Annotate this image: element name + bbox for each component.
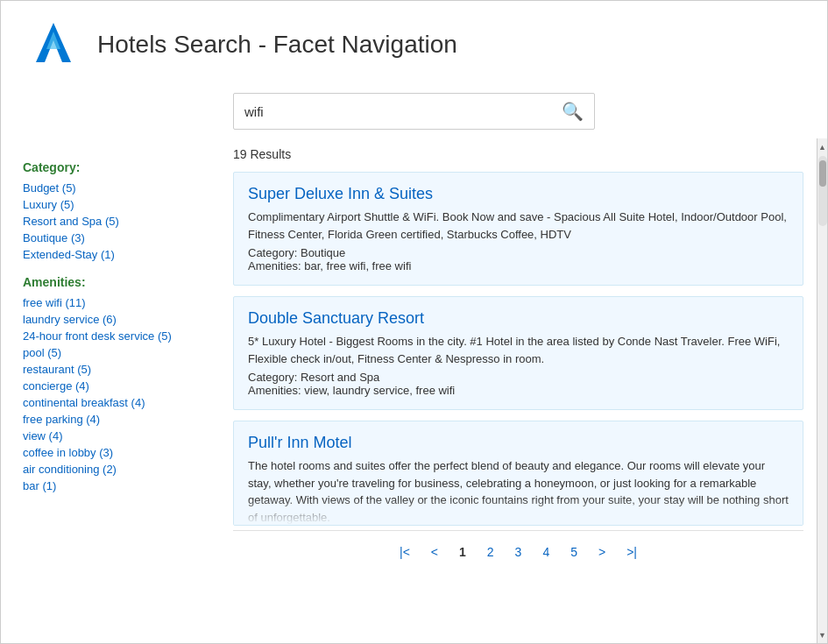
result-amenities: Amenities: bar, free wifi, free wifi [248, 259, 789, 272]
app-logo [27, 18, 80, 71]
sidebar-amenity-item[interactable]: restaurant (5) [23, 363, 198, 376]
sidebar-amenity-item[interactable]: laundry service (6) [23, 313, 198, 326]
sidebar-amenity-item[interactable]: free wifi (11) [23, 296, 198, 309]
sidebar-amenity-item[interactable]: free parking (4) [23, 413, 198, 426]
sidebar-amenity-item[interactable]: coffee in lobby (3) [23, 446, 198, 459]
search-button[interactable]: 🔍 [562, 101, 584, 122]
scroll-up-arrow[interactable]: ▲ [818, 143, 826, 152]
result-title[interactable]: Super Deluxe Inn & Suites [248, 185, 789, 203]
sidebar-amenity-item[interactable]: 24-hour front desk service (5) [23, 329, 198, 343]
first-page-button[interactable]: |< [393, 541, 417, 563]
category-label: Category: [23, 160, 198, 174]
sidebar-category-item[interactable]: Luxury (5) [23, 198, 198, 211]
scroll-thumb[interactable] [819, 160, 826, 187]
search-input[interactable] [244, 104, 562, 119]
result-card: Double Sanctuary Resort5* Luxury Hotel -… [233, 296, 803, 410]
page-4-button[interactable]: 4 [535, 541, 556, 563]
results-count: 19 Results [233, 143, 803, 161]
sidebar-category-item[interactable]: Budget (5) [23, 181, 198, 195]
sidebar-amenity-item[interactable]: pool (5) [23, 346, 198, 359]
sidebar-category-item[interactable]: Boutique (3) [23, 231, 198, 244]
sidebar-category-item[interactable]: Extended-Stay (1) [23, 248, 198, 261]
scrollbar[interactable]: ▲ ▼ [817, 138, 827, 643]
pagination: |< < 1 2 3 4 5 > >| [233, 530, 803, 573]
result-card-partial: Pull'r Inn MotelThe hotel rooms and suit… [233, 421, 803, 526]
sidebar-amenity-item[interactable]: view (4) [23, 429, 198, 442]
next-page-button[interactable]: > [591, 541, 612, 563]
scroll-down-arrow[interactable]: ▼ [818, 631, 826, 640]
page-5-button[interactable]: 5 [563, 541, 584, 563]
last-page-button[interactable]: >| [619, 541, 644, 563]
sidebar-amenity-item[interactable]: continental breakfast (4) [23, 396, 198, 409]
result-amenities: Amenities: view, laundry service, free w… [248, 384, 789, 397]
page-2-button[interactable]: 2 [480, 541, 501, 563]
prev-page-button[interactable]: < [424, 541, 445, 563]
result-description: 5* Luxury Hotel - Biggest Rooms in the c… [248, 333, 789, 367]
result-category: Category: Boutique [248, 246, 789, 259]
page-1-button[interactable]: 1 [452, 541, 473, 563]
result-title[interactable]: Double Sanctuary Resort [248, 309, 789, 328]
result-title[interactable]: Pull'r Inn Motel [248, 434, 789, 452]
result-category: Category: Resort and Spa [248, 371, 789, 384]
sidebar: Category: Budget (5)Luxury (5)Resort and… [1, 138, 216, 643]
sidebar-amenity-item[interactable]: bar (1) [23, 479, 198, 492]
result-description: The hotel rooms and suites offer the per… [248, 457, 789, 526]
amenities-label: Amenities: [23, 275, 198, 289]
sidebar-amenity-item[interactable]: concierge (4) [23, 379, 198, 393]
scroll-track [818, 156, 827, 226]
page-title: Hotels Search - Facet Navigation [97, 31, 457, 59]
results-area: 19 Results Super Deluxe Inn & SuitesComp… [216, 138, 817, 643]
sidebar-category-item[interactable]: Resort and Spa (5) [23, 215, 198, 228]
search-box: 🔍 [233, 93, 595, 130]
result-description: Complimentary Airport Shuttle & WiFi. Bo… [248, 209, 789, 243]
page-3-button[interactable]: 3 [508, 541, 529, 563]
result-card: Super Deluxe Inn & SuitesComplimentary A… [233, 172, 803, 286]
sidebar-amenity-item[interactable]: air conditioning (2) [23, 463, 198, 476]
